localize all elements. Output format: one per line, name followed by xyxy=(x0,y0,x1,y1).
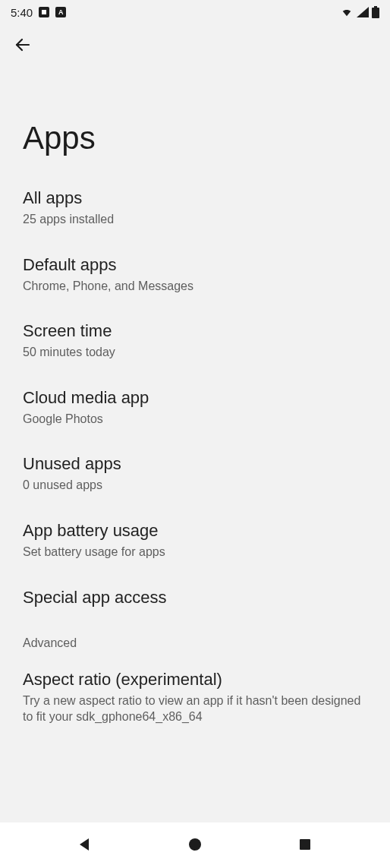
a-badge-icon: A xyxy=(55,7,66,17)
sd-card-icon xyxy=(39,7,49,17)
cellular-icon xyxy=(357,7,369,17)
svg-rect-5 xyxy=(300,839,310,850)
row-subtitle: 50 minutes today xyxy=(23,344,367,361)
row-title: Aspect ratio (experimental) xyxy=(23,670,367,690)
row-subtitle: Chrome, Phone, and Messages xyxy=(23,278,367,295)
row-subtitle: 0 unused apps xyxy=(23,477,367,494)
status-bar-right xyxy=(340,6,379,18)
svg-point-4 xyxy=(189,838,201,851)
arrow-left-icon xyxy=(14,36,32,56)
nav-back-button[interactable] xyxy=(62,822,108,868)
status-bar-left: 5:40 A xyxy=(11,6,66,19)
nav-home-button[interactable] xyxy=(172,822,218,868)
page-title: Apps xyxy=(0,67,390,175)
back-button[interactable] xyxy=(8,30,38,61)
row-title: App battery usage xyxy=(23,521,367,541)
system-nav-bar xyxy=(0,822,390,868)
row-subtitle: Try a new aspect ratio to view an app if… xyxy=(23,693,367,725)
svg-rect-1 xyxy=(374,6,377,8)
status-bar: 5:40 A xyxy=(0,0,390,24)
triangle-back-icon xyxy=(77,836,93,855)
square-recents-icon xyxy=(297,837,313,854)
svg-rect-0 xyxy=(42,10,46,14)
settings-list: All apps 25 apps installed Default apps … xyxy=(0,175,390,739)
row-default-apps[interactable]: Default apps Chrome, Phone, and Messages xyxy=(0,241,390,308)
row-unused-apps[interactable]: Unused apps 0 unused apps xyxy=(0,440,390,507)
row-subtitle: Set battery usage for apps xyxy=(23,544,367,560)
row-title: Special app access xyxy=(23,588,367,608)
section-label-advanced: Advanced xyxy=(0,621,390,656)
row-title: Cloud media app xyxy=(23,388,367,408)
svg-rect-2 xyxy=(372,8,379,18)
row-title: Unused apps xyxy=(23,454,367,474)
row-title: All apps xyxy=(23,188,367,208)
nav-recents-button[interactable] xyxy=(282,822,328,868)
row-cloud-media-app[interactable]: Cloud media app Google Photos xyxy=(0,374,390,441)
row-screen-time[interactable]: Screen time 50 minutes today xyxy=(0,308,390,374)
status-time: 5:40 xyxy=(11,6,33,19)
battery-icon xyxy=(372,6,379,18)
app-bar xyxy=(0,24,390,67)
row-app-battery-usage[interactable]: App battery usage Set battery usage for … xyxy=(0,507,390,574)
row-title: Default apps xyxy=(23,255,367,275)
row-subtitle: Google Photos xyxy=(23,411,367,428)
row-subtitle: 25 apps installed xyxy=(23,211,367,228)
wifi-icon xyxy=(340,7,354,17)
row-aspect-ratio[interactable]: Aspect ratio (experimental) Try a new as… xyxy=(0,656,390,739)
row-title: Screen time xyxy=(23,321,367,341)
row-all-apps[interactable]: All apps 25 apps installed xyxy=(0,175,390,241)
row-special-app-access[interactable]: Special app access xyxy=(0,574,390,621)
circle-home-icon xyxy=(187,836,203,855)
